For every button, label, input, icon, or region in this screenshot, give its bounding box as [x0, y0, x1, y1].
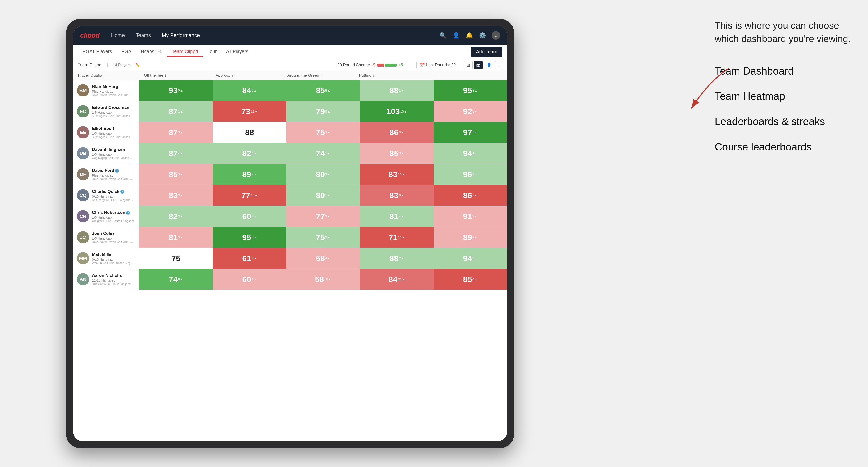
- tab-all-players[interactable]: All Players: [221, 47, 253, 57]
- score-value: 89: [242, 170, 251, 179]
- score-box: 803▲: [286, 164, 360, 185]
- bar-green: [385, 64, 397, 66]
- score-cell-1: 846▲: [213, 80, 286, 101]
- nav-my-performance[interactable]: My Performance: [160, 31, 202, 39]
- player-club: Drift Golf Club, United Kingdom: [92, 282, 131, 286]
- score-cell-3: 882▼: [360, 248, 434, 269]
- table-row[interactable]: ANAaron Nicholls11-15 HandicapDrift Golf…: [73, 269, 507, 290]
- score-value: 95: [242, 233, 251, 242]
- nav-home[interactable]: Home: [109, 31, 127, 39]
- table-row[interactable]: DBDave Billingham1-5 HandicapGog Magog G…: [73, 143, 507, 164]
- tab-pga[interactable]: PGA: [117, 47, 136, 57]
- score-cell-1: 601▼: [213, 269, 286, 290]
- player-avatar: CR: [77, 210, 89, 222]
- tab-team-clippd[interactable]: Team Clippd: [167, 47, 203, 57]
- table-row[interactable]: DFDavid Ford✓Plus HandicapRoyal North De…: [73, 164, 507, 185]
- player-club: St. George's Hill GC - Weybridge, Surrey…: [92, 198, 134, 201]
- score-box: 897▲: [213, 164, 286, 185]
- search-icon[interactable]: 🔍: [439, 31, 447, 40]
- score-cell-1: 613▼: [213, 248, 286, 269]
- score-value: 61: [242, 254, 251, 263]
- score-cell-4: 854▼: [434, 269, 507, 290]
- player-name: Edward Crossman: [92, 105, 134, 110]
- table-header: Player Quality ↓ Off the Tee ↓ Approach …: [73, 71, 507, 80]
- add-team-button[interactable]: Add Team: [471, 47, 502, 57]
- view-grid-button[interactable]: ⊞: [464, 61, 473, 69]
- player-avatar: DB: [77, 147, 89, 159]
- score-change: 4▲: [252, 151, 257, 155]
- table-row[interactable]: MMMatt Miller6-10 HandicapWoburn Golf Cl…: [73, 248, 507, 269]
- table-row[interactable]: JCJosh Coles1-5 HandicapRoyal North Devo…: [73, 227, 507, 248]
- player-club: Sunningdale Golf Club, United Kingdom: [92, 135, 134, 139]
- view-person-button[interactable]: 👤: [484, 61, 494, 69]
- player-info: Josh Coles1-5 HandicapRoyal North Devon …: [92, 231, 134, 244]
- player-info: Charlie Quick✓6-10 HandicapSt. George's …: [92, 189, 134, 201]
- avatar[interactable]: U: [492, 31, 500, 40]
- edit-icon[interactable]: ✏️: [135, 63, 140, 67]
- player-cell: JCJosh Coles1-5 HandicapRoyal North Devo…: [73, 229, 139, 246]
- score-box: 753▼: [286, 122, 360, 143]
- score-value: 88: [245, 128, 254, 137]
- tab-pgat-players[interactable]: PGAT Players: [78, 47, 117, 57]
- player-club: Royal North Devon Golf Club, United King…: [92, 240, 134, 244]
- option-leaderboards: Leaderboards & streaks: [715, 115, 861, 128]
- score-value: 85: [316, 86, 325, 95]
- nav-teams[interactable]: Teams: [134, 31, 153, 39]
- score-change: 3▼: [325, 214, 331, 218]
- score-value: 88: [390, 86, 398, 95]
- score-change: 2▲: [325, 236, 331, 239]
- score-cell-4: 943▲: [434, 248, 507, 269]
- table-row[interactable]: ECEdward Crossman1-5 HandicapSunningdale…: [73, 101, 507, 122]
- calendar-icon: 📅: [420, 63, 425, 67]
- table-row[interactable]: EEElliot Ebert1-5 HandicapSunningdale Go…: [73, 122, 507, 143]
- team-label: Team Clippd: [78, 63, 101, 67]
- score-change: 3▼: [178, 173, 183, 176]
- view-heatmap-button[interactable]: ▦: [474, 61, 483, 69]
- player-avatar: MM: [77, 252, 89, 264]
- score-cell-1: 958▲: [213, 227, 286, 248]
- view-download-button[interactable]: ↓: [495, 61, 502, 69]
- last-rounds-button[interactable]: 📅 Last Rounds: 20: [416, 61, 459, 69]
- player-name: Josh Coles: [92, 231, 134, 236]
- score-change: 1▲: [178, 110, 183, 113]
- score-change: 9▲: [472, 88, 478, 92]
- score-change: 4▲: [178, 151, 183, 155]
- score-box: 773▼: [286, 206, 360, 227]
- score-value: 88: [390, 254, 398, 263]
- tab-hcaps[interactable]: Hcaps 1-5: [136, 47, 167, 57]
- annotation-arrow: [663, 61, 734, 120]
- score-box: 858▲: [286, 80, 360, 101]
- table-row[interactable]: CQCharlie Quick✓6-10 HandicapSt. George'…: [73, 185, 507, 206]
- tablet-frame: clippd Home Teams My Performance 🔍 👤 🔔 ⚙…: [66, 19, 514, 448]
- bar-red: [377, 64, 384, 66]
- player-club: Royal North Devon Golf Club, United King…: [92, 177, 134, 181]
- player-info: Aaron Nicholls11-15 HandicapDrift Golf C…: [92, 273, 131, 286]
- score-cell-4: 963▲: [434, 164, 507, 185]
- score-change: 3▼: [399, 151, 404, 155]
- col-off-tee: Off the Tee ↓: [144, 73, 216, 78]
- nav-icons: 🔍 👤 🔔 ⚙️ U: [439, 31, 500, 40]
- bell-icon[interactable]: 🔔: [465, 31, 474, 40]
- annotation-panel: This is where you can choose which dashb…: [715, 19, 861, 165]
- score-value: 82: [242, 149, 251, 158]
- tab-tour[interactable]: Tour: [203, 47, 221, 57]
- score-cell-3: 836▼: [360, 185, 434, 206]
- table-row[interactable]: BMBlair McHargPlus HandicapRoyal North D…: [73, 80, 507, 101]
- table-row[interactable]: CRChris Robertson✓1-5 HandicapCraigmilla…: [73, 206, 507, 227]
- player-club: Sunningdale Golf Club, United Kingdom: [92, 115, 134, 118]
- score-box: 813▼: [139, 227, 213, 248]
- score-value: 80: [316, 170, 325, 179]
- score-value: 75: [172, 254, 181, 263]
- player-club: Gog Magog Golf Club, United Kingdom: [92, 156, 134, 160]
- score-cell-0: 813▼: [139, 227, 213, 248]
- player-cell: DFDavid Ford✓Plus HandicapRoyal North De…: [73, 166, 139, 183]
- score-box: 854▼: [434, 269, 507, 290]
- score-box: 963▲: [434, 164, 507, 185]
- score-value: 91: [463, 212, 472, 221]
- user-icon[interactable]: 👤: [452, 31, 460, 40]
- player-handicap: 1-5 Handicap: [92, 216, 134, 219]
- score-value: 92: [463, 107, 472, 116]
- score-change: 11▼: [398, 236, 405, 239]
- settings-icon[interactable]: ⚙️: [478, 31, 487, 40]
- player-name: Aaron Nicholls: [92, 273, 131, 278]
